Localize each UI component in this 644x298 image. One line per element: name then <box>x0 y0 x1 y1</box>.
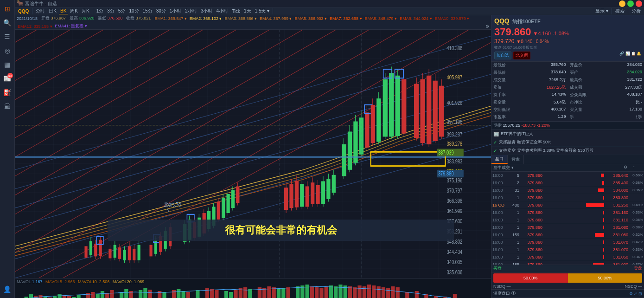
buy-sell-header: 买盘 卖盘 <box>491 265 644 272</box>
svg-rect-179 <box>96 294 100 298</box>
svg-rect-207 <box>267 286 271 298</box>
chart-icon: ◎ <box>5 47 10 54</box>
search-icon: 🔍 <box>3 19 11 26</box>
close-button[interactable] <box>636 0 642 7</box>
sidebar-item-oil[interactable]: ⛽ <box>1 86 14 99</box>
order-row-4: 16:00 1 379.860 383.800 <box>491 194 644 201</box>
svg-rect-168 <box>38 295 42 298</box>
sidebar-item-news[interactable]: 📰 43 <box>1 72 14 85</box>
symbol-display[interactable]: QQQ <box>17 8 30 14</box>
svg-rect-194 <box>186 292 190 298</box>
timeframe-3h[interactable]: 3小时 <box>199 7 214 15</box>
main-chart: 2021/10/18 开盘 376.987 最高 386.920 最低 376.… <box>15 15 491 298</box>
svg-rect-214 <box>305 285 309 298</box>
stock-change2: ▼0.140 <box>516 39 532 44</box>
volume-bars <box>25 285 482 298</box>
svg-text:410.386: 410.386 <box>447 45 463 52</box>
depth-expand-icon[interactable]: ⤢ <box>634 292 638 296</box>
left-sidebar: ⊞ 🔍 ☰ ◎ ▦ 📰 43 ⛽ 🏛 👤 <box>0 0 15 298</box>
futures-change: -188.73 <box>522 123 537 128</box>
bse-button[interactable]: 北交所 <box>513 52 530 59</box>
order-book-rows[interactable]: 16:00 5 379.860 385.640 0.60% 16:00 2 37… <box>491 172 644 265</box>
timeframe-1p5d[interactable]: 1.5天 ▾ <box>254 7 271 15</box>
ob-settings[interactable]: ⚙ <box>624 165 633 171</box>
timeframe-rik[interactable]: 日K <box>47 7 58 15</box>
timeframe-15m[interactable]: 15分 <box>141 7 154 15</box>
chart-arrow: ↘ <box>166 207 170 213</box>
stock-price-change: ▼4.160 <box>533 31 551 36</box>
info-amount: 成交额 277.33亿 <box>568 84 644 91</box>
ratio-sell-pct: 50.00% <box>598 276 612 280</box>
sidebar-item-rank[interactable]: ▦ <box>1 58 14 71</box>
timeframe-10m[interactable]: 10分 <box>128 7 140 15</box>
tab-pankou[interactable]: 盘口 <box>491 155 508 164</box>
display-button[interactable]: 显示 ▾ <box>594 7 610 15</box>
svg-rect-216 <box>315 287 319 298</box>
timeframe-bk[interactable]: BK <box>59 8 68 14</box>
timeframe-fenshi[interactable]: 分时 <box>34 7 46 15</box>
ob-export[interactable]: ↑ <box>633 165 642 171</box>
svg-rect-230 <box>382 287 385 298</box>
depth-controls[interactable]: ⚙ ⤢ ⊞ <box>629 292 642 296</box>
timeframe-2h[interactable]: 2小时 <box>184 7 198 15</box>
add-watchlist-button[interactable]: 加自选 <box>494 52 511 59</box>
sidebar-item-market[interactable]: ◎ <box>1 44 14 57</box>
timeframe-30m[interactable]: 30分 <box>155 7 167 15</box>
sidebar-item-sino[interactable]: 🏛 <box>1 100 14 113</box>
val-limit-up: 408.187 <box>627 92 642 98</box>
svg-rect-180 <box>101 291 104 298</box>
price-high-val: 386.920 <box>79 16 95 20</box>
timeframe-1m[interactable]: 1分 <box>95 7 105 15</box>
stock-name: 纳指100ETF <box>512 18 541 25</box>
svg-rect-206 <box>262 288 266 298</box>
timeframe-5m[interactable]: 5分 <box>117 7 127 15</box>
svg-rect-215 <box>310 286 314 298</box>
info-hand: 手 1手 <box>568 114 644 121</box>
svg-text:366.398: 366.398 <box>447 198 463 204</box>
ema2-header: EMA2: 369.102 ▾ <box>190 16 222 21</box>
timeframe-1h[interactable]: 1小时 <box>168 7 183 15</box>
toolbar-sep-3 <box>273 8 273 14</box>
sidebar-item-watchlist[interactable]: ⊞ <box>1 2 14 15</box>
svg-rect-176 <box>77 295 81 298</box>
futures-val: 15570.25 <box>503 123 522 128</box>
futures-label: 期指 <box>493 123 503 128</box>
minimize-button[interactable] <box>619 0 625 7</box>
news-badge: 43 <box>7 73 13 78</box>
timeframe-tick[interactable]: Tick <box>230 8 242 14</box>
chart-settings[interactable]: ⚙ <box>485 24 489 29</box>
order-row-8: 16:00 1 379.860 381.080 0.38% <box>491 224 644 231</box>
nsdq-line: NSDQ — NSDQ — <box>491 284 644 289</box>
svg-rect-200 <box>229 292 233 298</box>
sidebar-item-menu[interactable]: ☰ <box>1 30 14 43</box>
sidebar-item-account[interactable]: 👤 <box>1 283 14 296</box>
stock-datetime: 收盘 01/07 16:00美股盘后 <box>494 45 641 50</box>
chart-body[interactable]: 1bars.7d ↘ 410.386 405.987 401.928 397.1… <box>15 30 491 278</box>
timeframe-zhouk[interactable]: 周K <box>69 7 79 15</box>
social-icons[interactable]: 🔗 📊 📋 🔔 <box>619 52 641 59</box>
ema7-header: EMA7: 352.698 ▾ <box>330 16 362 21</box>
tabs: 盘口 资金 <box>491 155 644 164</box>
depth-settings-icon[interactable]: ⚙ <box>629 292 633 296</box>
timeframe-3m[interactable]: 3分 <box>106 7 116 15</box>
val-limit-down: 408.187 <box>551 107 566 113</box>
svg-rect-211 <box>286 287 290 298</box>
svg-rect-239 <box>453 294 457 298</box>
info-panel-etf: 🏢 ETF界中的IT巨人 <box>491 130 644 138</box>
search-top-input[interactable]: 搜索 <box>614 7 626 15</box>
timeframe-4h[interactable]: 4小时 <box>215 7 230 15</box>
analysis-button[interactable]: 分析 <box>630 7 642 15</box>
menu-icon: ☰ <box>4 33 10 40</box>
right-panel: QQQ 纳指100ETF 379.860 ▼4.160 -1.08% 379.7… <box>491 15 644 298</box>
depth-fullscreen-icon[interactable]: ⊞ <box>638 292 642 296</box>
info-panel-margin: ✓ 天择融资 融资保证金率 50% <box>491 138 644 147</box>
info-pe: 市盈率 1.29 <box>491 114 568 121</box>
sidebar-item-search[interactable]: 🔍 <box>1 16 14 29</box>
timeframe-1d[interactable]: 1天 <box>242 7 253 15</box>
svg-rect-204 <box>248 289 252 298</box>
timeframe-yuek[interactable]: 月K <box>80 7 91 15</box>
tab-capital[interactable]: 资金 <box>508 155 524 164</box>
margin-text: 天择融资 融资保证金率 50% <box>499 139 551 145</box>
maximize-button[interactable] <box>627 0 634 7</box>
svg-text:383.983: 383.983 <box>447 158 463 165</box>
